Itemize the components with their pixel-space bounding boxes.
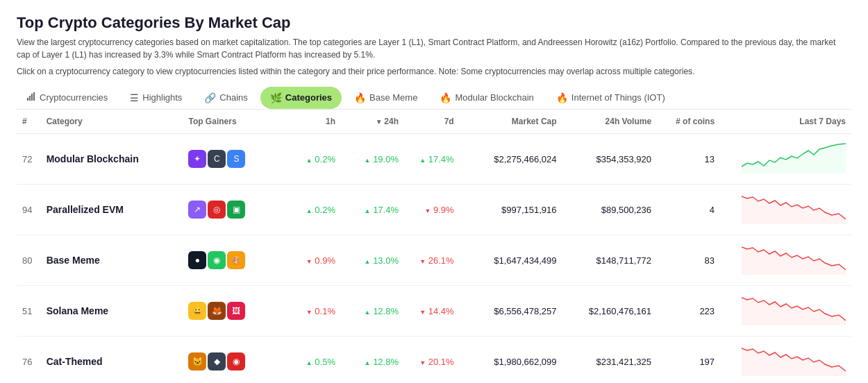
col-header-7d[interactable]: 7d	[404, 110, 460, 134]
row-rank: 80	[17, 235, 41, 286]
coin-icon: ▣	[227, 201, 245, 219]
row-num-coins: 4	[657, 185, 720, 235]
row-1h: ▲ 0.2%	[285, 134, 341, 185]
coin-icon: 🖼	[227, 302, 245, 320]
tab-modular-blockchain[interactable]: 🔥 Modular Blockchain	[430, 87, 543, 109]
table-row[interactable]: 72 Modular Blockchain ✦CS ▲ 0.2% ▲ 19.0%…	[17, 134, 851, 185]
tab-iot[interactable]: 🔥 Internet of Things (IOT)	[546, 87, 675, 109]
col-header-last7days: Last 7 Days	[720, 110, 851, 134]
svg-rect-3	[33, 92, 35, 101]
row-market-cap: $997,151,916	[460, 185, 562, 235]
tab-base-meme[interactable]: 🔥 Base Meme	[344, 87, 427, 109]
row-sparkline	[720, 337, 851, 384]
table-row[interactable]: 94 Parallelized EVM ↗◎▣ ▲ 0.2% ▲ 17.4% ▼…	[17, 185, 851, 235]
row-category[interactable]: Solana Meme	[41, 286, 183, 337]
row-24h: ▲ 12.8%	[341, 337, 404, 384]
row-1h: ▲ 0.5%	[285, 337, 341, 384]
col-header-volume[interactable]: 24h Volume	[562, 110, 658, 134]
row-rank: 51	[17, 286, 41, 337]
coin-icon: ✦	[188, 150, 206, 168]
cryptocurrencies-icon	[26, 92, 36, 103]
row-1h: ▲ 0.2%	[285, 185, 341, 235]
tab-chains-label: Chains	[219, 92, 247, 103]
tab-bar: Cryptocurrencies ☰ Highlights 🔗 Chains 🌿…	[17, 86, 851, 110]
col-header-num-coins[interactable]: # of coins	[657, 110, 720, 134]
tab-cryptocurrencies-label: Cryptocurrencies	[40, 92, 108, 103]
row-rank: 72	[17, 134, 41, 185]
nav-tabs: Cryptocurrencies ☰ Highlights 🔗 Chains 🌿…	[17, 86, 851, 110]
row-market-cap: $1,647,434,499	[460, 235, 562, 286]
table-row[interactable]: 80 Base Meme ●◉🎨 ▼ 0.9% ▲ 13.0% ▼ 26.1% …	[17, 235, 851, 286]
categories-table: # Category Top Gainers 1h 24h 7d Market …	[17, 110, 851, 383]
row-7d: ▼ 9.9%	[404, 185, 460, 235]
iot-icon: 🔥	[556, 92, 568, 103]
row-rank: 94	[17, 185, 41, 235]
col-header-category[interactable]: Category	[41, 110, 183, 134]
row-1h: ▼ 0.1%	[285, 286, 341, 337]
row-sparkline	[720, 286, 851, 337]
coin-icon: ↗	[188, 201, 206, 219]
col-header-1h[interactable]: 1h	[285, 110, 341, 134]
row-1h: ▼ 0.9%	[285, 235, 341, 286]
row-volume: $148,711,772	[562, 235, 658, 286]
row-sparkline	[720, 134, 851, 185]
row-num-coins: 223	[657, 286, 720, 337]
table-header-row: # Category Top Gainers 1h 24h 7d Market …	[17, 110, 851, 134]
coin-icon: S	[227, 150, 245, 168]
row-sparkline	[720, 235, 851, 286]
row-num-coins: 13	[657, 134, 720, 185]
coin-icon: C	[208, 150, 226, 168]
row-top-gainers: ✦CS	[183, 134, 285, 185]
highlights-icon: ☰	[130, 92, 139, 103]
row-category[interactable]: Cat-Themed	[41, 337, 183, 384]
coin-icon: ●	[188, 251, 206, 269]
row-market-cap: $2,275,466,024	[460, 134, 562, 185]
categories-icon: 🌿	[270, 92, 282, 103]
row-top-gainers: 🐱◆◉	[183, 337, 285, 384]
row-24h: ▲ 13.0%	[341, 235, 404, 286]
tab-chains[interactable]: 🔗 Chains	[194, 87, 257, 109]
row-num-coins: 197	[657, 337, 720, 384]
tab-modular-blockchain-label: Modular Blockchain	[455, 92, 533, 103]
row-category[interactable]: Base Meme	[41, 235, 183, 286]
col-header-hash: #	[17, 110, 41, 134]
tab-base-meme-label: Base Meme	[369, 92, 417, 103]
row-market-cap: $6,556,478,257	[460, 286, 562, 337]
coin-icon: 🐱	[188, 352, 206, 371]
page-description: View the largest cryptocurrency categori…	[17, 36, 850, 61]
col-header-24h[interactable]: 24h	[341, 110, 404, 134]
coin-icon: ◎	[208, 201, 226, 219]
tab-cryptocurrencies[interactable]: Cryptocurrencies	[17, 86, 117, 109]
row-24h: ▲ 17.4%	[341, 185, 404, 235]
tab-categories[interactable]: 🌿 Categories	[260, 87, 342, 109]
svg-rect-2	[31, 94, 33, 101]
row-24h: ▲ 12.8%	[341, 286, 404, 337]
row-volume: $231,421,325	[562, 337, 658, 384]
base-meme-icon: 🔥	[354, 92, 366, 103]
row-7d: ▼ 26.1%	[404, 235, 460, 286]
row-7d: ▲ 17.4%	[404, 134, 460, 185]
row-volume: $354,353,920	[562, 134, 658, 185]
page-note: Click on a cryptocurrency category to vi…	[17, 67, 851, 76]
coin-icon: 🎨	[227, 251, 245, 269]
coin-icon: ◉	[227, 352, 245, 371]
row-rank: 76	[17, 337, 41, 384]
row-category[interactable]: Parallelized EVM	[41, 185, 183, 235]
tab-categories-label: Categories	[285, 92, 332, 103]
row-category[interactable]: Modular Blockchain	[41, 134, 183, 185]
table-row[interactable]: 51 Solana Meme 😀🦊🖼 ▼ 0.1% ▲ 12.8% ▼ 14.4…	[17, 286, 851, 337]
row-top-gainers: ↗◎▣	[183, 185, 285, 235]
tab-iot-label: Internet of Things (IOT)	[571, 92, 665, 103]
svg-rect-0	[27, 98, 28, 101]
col-header-top-gainers[interactable]: Top Gainers	[183, 110, 285, 134]
col-header-market-cap[interactable]: Market Cap	[460, 110, 562, 134]
table-row[interactable]: 76 Cat-Themed 🐱◆◉ ▲ 0.5% ▲ 12.8% ▼ 20.1%…	[17, 337, 851, 384]
row-market-cap: $1,980,662,099	[460, 337, 562, 384]
modular-blockchain-icon: 🔥	[440, 92, 451, 103]
row-top-gainers: ●◉🎨	[183, 235, 285, 286]
row-num-coins: 83	[657, 235, 720, 286]
coin-icon: 😀	[188, 302, 206, 320]
chains-icon: 🔗	[204, 92, 216, 103]
tab-highlights[interactable]: ☰ Highlights	[120, 87, 192, 109]
tab-highlights-label: Highlights	[142, 92, 182, 103]
